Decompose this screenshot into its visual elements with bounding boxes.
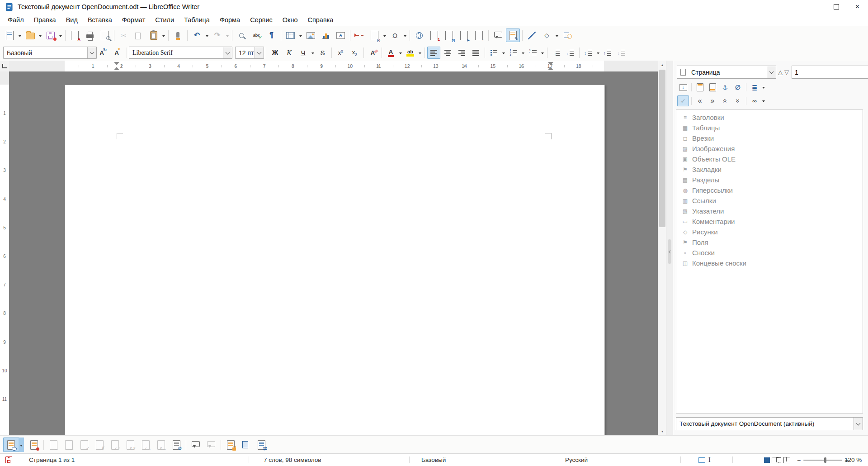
- menu-item[interactable]: Форма: [215, 15, 245, 25]
- update-link-button[interactable]: ∞: [749, 95, 760, 106]
- tree-item[interactable]: ▭ Комментарии: [676, 216, 863, 227]
- content-navigation-view-button[interactable]: ✓: [677, 95, 689, 106]
- insert-comment-button-2[interactable]: [189, 437, 203, 452]
- open-button[interactable]: [23, 29, 37, 42]
- tree-item[interactable]: ▦ Таблицы: [676, 123, 863, 133]
- insert-image-button[interactable]: [304, 29, 318, 42]
- special-character-dropdown[interactable]: [402, 29, 408, 42]
- redo-button[interactable]: ↷: [210, 29, 224, 42]
- scroll-up-arrow-icon[interactable]: ▲: [658, 61, 666, 69]
- right-indent-marker-top[interactable]: [548, 62, 553, 65]
- tree-item[interactable]: ▫ Сноски: [676, 247, 863, 258]
- accept-and-next-button[interactable]: ✓→: [138, 437, 153, 452]
- protect-changes-button[interactable]: [223, 437, 238, 452]
- save-dropdown[interactable]: [58, 29, 63, 42]
- reject-and-next-button[interactable]: ✗→: [154, 437, 168, 452]
- tree-item[interactable]: ▨ Изображения: [676, 143, 863, 154]
- align-left-button[interactable]: [427, 47, 440, 59]
- document-page[interactable]: [65, 85, 605, 436]
- page-style[interactable]: Базовый: [421, 454, 446, 466]
- tree-item[interactable]: ≡ Заголовки: [676, 112, 863, 123]
- show-changes-button[interactable]: [4, 437, 18, 452]
- close-button[interactable]: ×: [847, 0, 868, 14]
- outline-list-button[interactable]: 1 · ·: [526, 47, 539, 59]
- navigate-by-dropdown[interactable]: [767, 66, 776, 78]
- manage-changes-button[interactable]: ⚙: [169, 437, 184, 452]
- tree-item[interactable]: ⚑ Закладки: [676, 164, 863, 175]
- track-changes-button[interactable]: ✎: [506, 29, 520, 42]
- text-language[interactable]: Русский: [547, 454, 606, 466]
- menu-item[interactable]: Вставка: [83, 15, 117, 25]
- selection-mode[interactable]: I: [698, 454, 711, 466]
- highlight-color-dropdown[interactable]: [417, 46, 423, 60]
- tree-item[interactable]: ▤ Разделы: [676, 175, 863, 185]
- font-color-button[interactable]: A: [384, 47, 397, 59]
- vertical-scrollbar[interactable]: ▲ ▼: [658, 61, 666, 435]
- tree-item[interactable]: ◇ Рисунки: [676, 227, 863, 237]
- insert-bookmark-button[interactable]: ▶: [457, 29, 471, 42]
- vertical-ruler[interactable]: 1234567891011: [0, 71, 9, 435]
- menu-item[interactable]: Формат: [117, 15, 151, 25]
- update-style-button[interactable]: A↻: [97, 47, 110, 59]
- navigator-document-dropdown[interactable]: [854, 418, 863, 430]
- anchor-text-toggle-button[interactable]: ⚓: [719, 82, 731, 93]
- font-name-combo[interactable]: Liberation Serif: [129, 47, 232, 59]
- insert-special-character-button[interactable]: Ω: [388, 29, 402, 42]
- export-pdf-button[interactable]: A: [68, 29, 82, 42]
- set-reminder-button[interactable]: ∅: [732, 82, 744, 93]
- insert-hyperlink-button[interactable]: [412, 29, 426, 42]
- underline-dropdown[interactable]: [310, 46, 316, 60]
- compare-documents-button[interactable]: [239, 437, 253, 452]
- insert-chart-button[interactable]: [319, 29, 333, 42]
- basic-shapes-dropdown[interactable]: [554, 29, 560, 42]
- open-dropdown[interactable]: [38, 29, 43, 42]
- menu-item[interactable]: Таблица: [179, 15, 215, 25]
- tree-item[interactable]: ◍ Гиперссылки: [676, 185, 863, 195]
- tree-item[interactable]: ◻ Врезки: [676, 133, 863, 143]
- print-button[interactable]: [83, 29, 97, 42]
- font-color-dropdown[interactable]: [398, 46, 403, 60]
- highlight-color-button[interactable]: ab: [404, 47, 417, 59]
- paste-button[interactable]: [146, 29, 160, 42]
- previous-change-button[interactable]: ←: [46, 437, 61, 452]
- navigation-toggle-button[interactable]: ↓: [677, 82, 689, 93]
- new-style-button[interactable]: A*: [111, 47, 124, 59]
- clear-formatting-button[interactable]: A: [366, 47, 379, 59]
- reject-all-changes-button[interactable]: ✗✗: [123, 437, 137, 452]
- move-backward-button[interactable]: «: [694, 95, 706, 106]
- font-size-combo[interactable]: 12 пт: [235, 47, 264, 59]
- navigate-by-combo[interactable]: Страница: [677, 66, 776, 79]
- clone-formatting-button[interactable]: [171, 29, 185, 42]
- paragraph-style-dropdown[interactable]: [87, 47, 96, 58]
- justify-button[interactable]: [469, 47, 482, 59]
- numbered-list-button[interactable]: 1 2 3: [507, 47, 520, 59]
- next-page-button[interactable]: ▽: [784, 66, 789, 78]
- insert-field-dropdown[interactable]: [382, 29, 387, 42]
- new-document-dropdown[interactable]: [17, 29, 23, 42]
- insert-text-box-button[interactable]: A: [334, 29, 348, 42]
- maximize-button[interactable]: [826, 0, 847, 14]
- bold-button[interactable]: Ж: [269, 47, 282, 59]
- font-name-dropdown[interactable]: [223, 47, 232, 58]
- increase-paragraph-spacing-button[interactable]: ↑: [601, 47, 614, 59]
- decrease-paragraph-spacing-button[interactable]: ↓: [615, 47, 628, 59]
- record-changes-button[interactable]: [27, 437, 41, 452]
- align-right-button[interactable]: [455, 47, 468, 59]
- minimize-button[interactable]: [804, 0, 826, 14]
- show-changes-dropdown[interactable]: [19, 437, 24, 452]
- next-change-button[interactable]: →: [61, 437, 76, 452]
- promote-level-button[interactable]: «: [719, 95, 731, 106]
- page-count[interactable]: Страница 1 из 1: [29, 454, 75, 466]
- menu-item[interactable]: Файл: [3, 15, 29, 25]
- menu-item[interactable]: Сервис: [245, 15, 278, 25]
- line-spacing-dropdown[interactable]: [595, 46, 601, 60]
- new-document-button[interactable]: [3, 29, 17, 42]
- demote-level-button[interactable]: »: [732, 95, 744, 106]
- print-preview-button[interactable]: [98, 29, 112, 42]
- subscript-button[interactable]: x2: [348, 47, 361, 59]
- drag-mode-button[interactable]: ≣: [749, 82, 760, 93]
- show-draw-functions-button[interactable]: [560, 29, 574, 42]
- insert-page-break-button[interactable]: [353, 29, 367, 42]
- insert-line-button[interactable]: [525, 29, 539, 42]
- header-button[interactable]: [694, 82, 706, 93]
